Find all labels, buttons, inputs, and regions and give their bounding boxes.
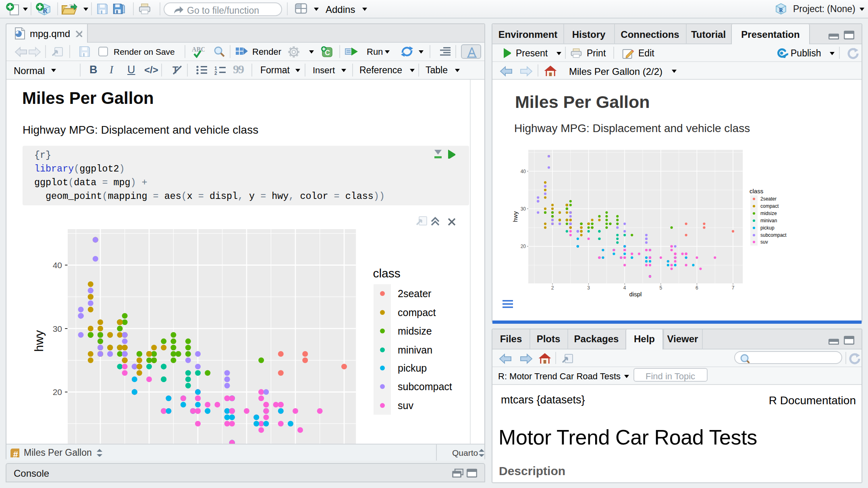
- svg-text:suv: suv: [398, 400, 413, 411]
- svg-text:pickup: pickup: [760, 225, 775, 231]
- svg-text:suv: suv: [760, 239, 768, 245]
- svg-text:3: 3: [587, 285, 590, 291]
- svg-text:20: 20: [521, 244, 526, 249]
- svg-text:ABC: ABC: [192, 46, 205, 53]
- svg-text:30: 30: [53, 324, 62, 333]
- svg-text:40: 40: [53, 261, 62, 270]
- svg-text:R: R: [779, 7, 783, 13]
- svg-text:midsize: midsize: [760, 211, 777, 216]
- svg-text:2: 2: [214, 70, 217, 75]
- svg-text:#: #: [13, 449, 18, 457]
- svg-text:subcompact: subcompact: [398, 381, 452, 392]
- svg-text:minivan: minivan: [760, 218, 777, 223]
- svg-text:30: 30: [521, 206, 526, 212]
- svg-text:subcompact: subcompact: [760, 232, 787, 238]
- svg-text:20: 20: [53, 387, 62, 397]
- svg-text:2seater: 2seater: [760, 196, 777, 202]
- svg-text:compact: compact: [398, 307, 436, 318]
- svg-text:hwy: hwy: [33, 330, 46, 352]
- svg-text:compact: compact: [760, 203, 779, 209]
- svg-text:displ: displ: [629, 291, 642, 298]
- svg-text:hwy: hwy: [512, 211, 519, 222]
- svg-text:5: 5: [659, 285, 662, 291]
- svg-text:pickup: pickup: [398, 362, 427, 374]
- svg-text:midsize: midsize: [398, 325, 432, 337]
- svg-text:40: 40: [521, 169, 526, 174]
- svg-text:class: class: [750, 188, 763, 194]
- svg-text:6: 6: [696, 285, 698, 291]
- svg-text:2seater: 2seater: [398, 288, 431, 299]
- svg-text:7: 7: [732, 285, 735, 291]
- svg-text:minivan: minivan: [398, 344, 432, 356]
- svg-text:2: 2: [551, 285, 554, 291]
- svg-text:class: class: [373, 267, 400, 280]
- svg-text:4: 4: [623, 285, 626, 291]
